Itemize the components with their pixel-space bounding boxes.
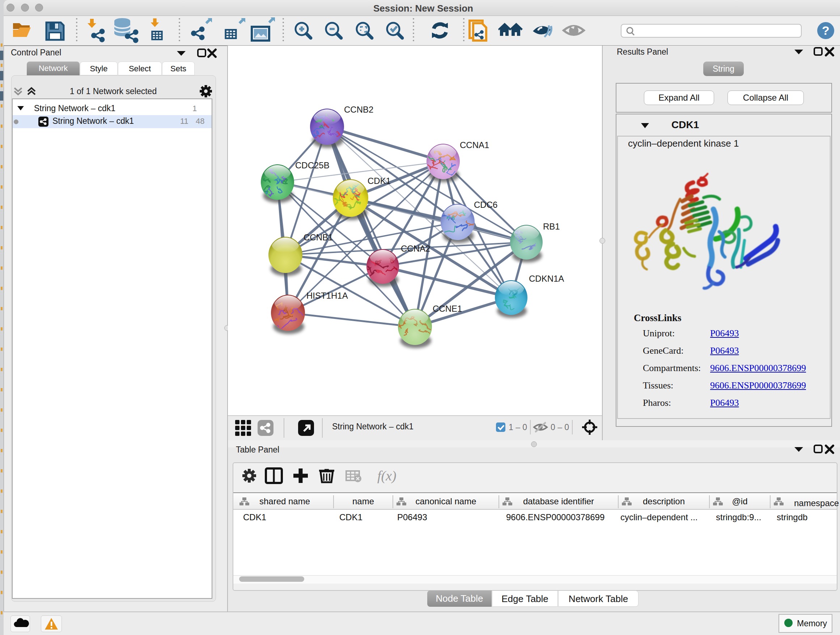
svg-text:CCNA2: CCNA2 (401, 244, 430, 253)
svg-text:0 – 0: 0 – 0 (551, 423, 569, 432)
svg-text:CCNE1: CCNE1 (433, 304, 462, 314)
svg-text:CCNB2: CCNB2 (344, 105, 373, 114)
svg-text:CDKN1A: CDKN1A (529, 274, 564, 283)
svg-text:CCNB1: CCNB1 (303, 233, 333, 242)
svg-text:CCNA1: CCNA1 (460, 140, 489, 150)
svg-text:CDC6: CDC6 (474, 200, 497, 210)
svg-text:CDK1: CDK1 (368, 176, 391, 186)
svg-text:f(x): f(x) (377, 468, 396, 484)
svg-text:1 – 0: 1 – 0 (508, 423, 527, 432)
svg-text:CDC25B: CDC25B (295, 160, 330, 170)
svg-text:HIST1H1A: HIST1H1A (306, 291, 348, 301)
svg-text:RB1: RB1 (543, 222, 560, 231)
